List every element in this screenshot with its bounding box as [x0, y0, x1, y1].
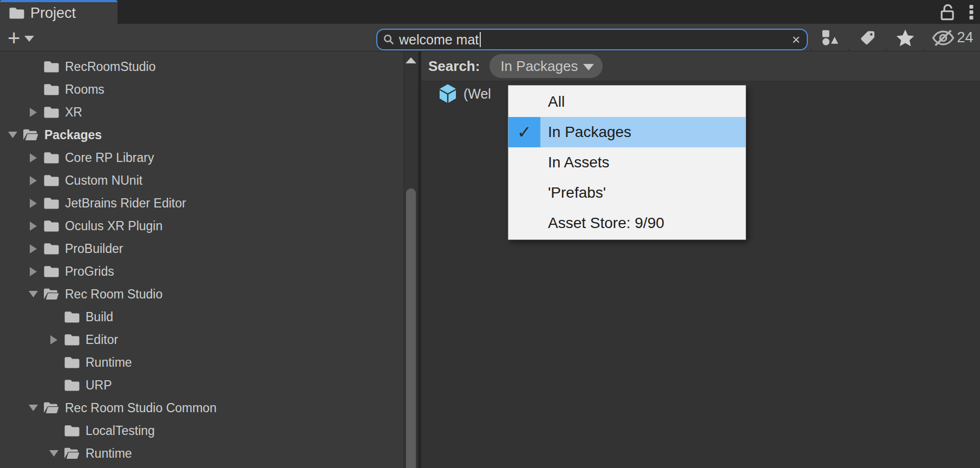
expander-arrow-icon[interactable] [25, 214, 41, 237]
expander-arrow-icon[interactable] [25, 192, 41, 214]
folder-icon [41, 192, 62, 214]
filter-by-type-button[interactable] [814, 24, 846, 51]
tree-row[interactable]: Runtime [0, 442, 403, 465]
folder-icon [41, 78, 62, 101]
folder-icon [62, 442, 82, 465]
folder-icon [41, 169, 62, 192]
expander-arrow-icon[interactable] [25, 55, 41, 78]
expander-arrow-icon[interactable] [25, 237, 41, 260]
tree-row[interactable]: Oculus XR Plugin [0, 214, 403, 237]
tree-row[interactable]: LocalTesting [0, 419, 403, 442]
tree-item-label: Runtime [86, 355, 132, 370]
expander-arrow-icon[interactable] [25, 283, 41, 306]
tree-row[interactable]: Rec Room Studio [0, 283, 403, 306]
tree-item-label: XR [65, 105, 82, 120]
tree-row[interactable]: Rec Room Studio Common [0, 396, 403, 419]
folder-icon [41, 146, 62, 169]
project-tab[interactable]: Project [0, 0, 117, 24]
search-scope-label: Search: [428, 58, 480, 75]
menu-item[interactable]: All [508, 87, 746, 117]
create-add-button[interactable]: + [8, 24, 34, 51]
folder-icon [62, 374, 82, 396]
tree-row[interactable]: Rooms [0, 78, 403, 101]
expander-arrow-icon[interactable] [25, 396, 41, 419]
vertical-scrollbar[interactable] [403, 51, 419, 468]
expander-arrow-icon[interactable] [45, 351, 62, 374]
expander-arrow-icon[interactable] [45, 306, 62, 328]
tree-item-label: Rec Room Studio [65, 287, 162, 302]
checkmark-icon [508, 147, 540, 178]
tree-item-label: Oculus XR Plugin [65, 219, 162, 233]
folder-icon [62, 351, 82, 374]
menu-item[interactable]: 'Prefabs' [508, 178, 746, 208]
tree-item-label: Rooms [65, 82, 104, 97]
chevron-down-icon [583, 64, 594, 70]
expander-arrow-icon[interactable] [45, 328, 62, 351]
filter-by-label-button[interactable] [852, 24, 884, 51]
checkmark-icon: ✓ [508, 117, 540, 147]
eye-slash-icon [931, 29, 955, 47]
scope-dropdown-button[interactable]: In Packages [489, 54, 603, 78]
tree-row[interactable]: XR [0, 101, 403, 123]
kebab-menu-icon[interactable] [969, 3, 974, 21]
result-label: (Wel [463, 86, 491, 102]
tree-item-label: URP [86, 378, 112, 393]
plus-icon: + [8, 27, 20, 49]
menu-item[interactable]: ✓ In Packages [508, 117, 746, 147]
menu-item-label: In Assets [540, 147, 610, 178]
result-row[interactable]: (Wel [437, 82, 491, 105]
dropdown-caret-icon [24, 36, 34, 42]
scrollbar-thumb[interactable] [406, 188, 416, 468]
tree-item-label: Build [86, 310, 113, 324]
menu-item-label: In Packages [540, 117, 631, 147]
menu-item[interactable]: Asset Store: 9/90 [508, 208, 746, 238]
expander-arrow-icon[interactable] [25, 146, 41, 169]
favorites-button[interactable] [889, 24, 921, 51]
folder-icon [41, 237, 62, 260]
checkmark-icon [508, 208, 540, 238]
scroll-up-arrow-icon [406, 57, 416, 63]
tree-item-label: Runtime [86, 446, 132, 461]
menu-item[interactable]: In Assets [508, 147, 746, 178]
hidden-count-button[interactable]: 24 [925, 24, 979, 51]
tree-item-label: Editor [86, 333, 118, 347]
tree-row[interactable]: RecRoomStudio [0, 55, 403, 78]
tree-item-label: Packages [44, 128, 102, 142]
tree-row[interactable]: ProBuilder [0, 237, 403, 260]
tree-item-label: Core RP Library [65, 151, 154, 165]
scope-dropdown-value: In Packages [500, 58, 578, 75]
results-header: Search: In Packages [421, 51, 980, 81]
search-text: welcome mat [399, 32, 479, 48]
tree-row[interactable]: JetBrains Rider Editor [0, 192, 403, 214]
tree-row[interactable]: Custom NUnit [0, 169, 403, 192]
tree-row[interactable]: Packages [0, 123, 403, 146]
tree-row[interactable]: Build [0, 306, 403, 328]
expander-arrow-icon[interactable] [25, 101, 41, 123]
folder-icon [41, 214, 62, 237]
expander-arrow-icon[interactable] [4, 123, 21, 146]
expander-arrow-icon[interactable] [25, 78, 41, 101]
clear-search-button[interactable]: × [792, 32, 800, 47]
star-icon [896, 29, 915, 47]
expander-arrow-icon[interactable] [45, 419, 62, 442]
search-input[interactable]: welcome mat × [376, 29, 808, 50]
unlock-icon[interactable] [939, 3, 955, 21]
folder-icon [41, 101, 62, 123]
tree-row[interactable]: Editor [0, 328, 403, 351]
expander-arrow-icon[interactable] [45, 374, 62, 396]
folder-icon [41, 260, 62, 283]
folder-icon [62, 306, 82, 328]
checkmark-icon [508, 87, 540, 117]
tab-title: Project [30, 5, 76, 22]
expander-arrow-icon[interactable] [25, 169, 41, 192]
tree-row[interactable]: ProGrids [0, 260, 403, 283]
expander-arrow-icon[interactable] [45, 442, 62, 465]
expander-arrow-icon[interactable] [25, 260, 41, 283]
tree-row[interactable]: URP [0, 374, 403, 396]
menu-item-label: Asset Store: 9/90 [540, 208, 664, 238]
folder-icon [41, 55, 62, 78]
tree-item-label: Rec Room Studio Common [65, 401, 217, 415]
tree-row[interactable]: Core RP Library [0, 146, 403, 169]
tree-row[interactable]: Runtime [0, 351, 403, 374]
scroll-up-button[interactable] [404, 54, 417, 67]
